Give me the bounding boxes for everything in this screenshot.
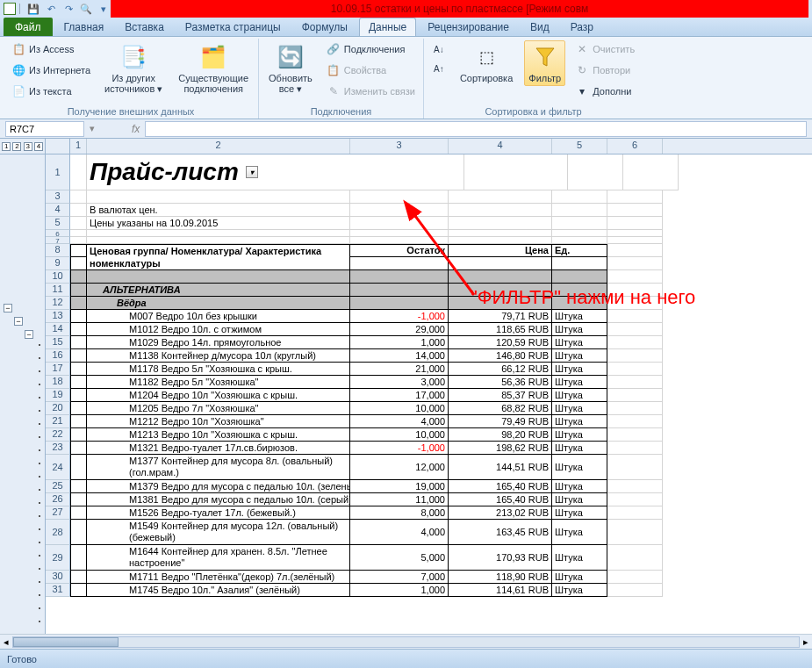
cell[interactable] xyxy=(70,310,87,323)
cell[interactable] xyxy=(607,270,663,284)
cell[interactable] xyxy=(70,571,87,584)
advanced-button[interactable]: ▾Дополни xyxy=(572,83,637,100)
refresh-all-button[interactable]: 🔄 Обновить все ▾ xyxy=(264,40,317,97)
item-name[interactable]: М1381 Ведро для мусора с педалью 10л. (с… xyxy=(87,493,350,506)
col-header-5[interactable]: 5 xyxy=(552,139,607,154)
tab-developer[interactable]: Разр xyxy=(561,18,603,36)
header-name-2[interactable]: номенклатуры xyxy=(87,257,350,270)
cell[interactable] xyxy=(607,428,663,442)
header-unit[interactable]: Ед. xyxy=(552,244,607,257)
row-header[interactable]: 24 xyxy=(46,455,70,480)
item-unit[interactable]: Штука xyxy=(552,376,607,389)
item-price[interactable]: 56,36 RUB xyxy=(449,376,552,389)
tab-insert[interactable]: Вставка xyxy=(115,18,174,36)
item-name[interactable]: М1644 Контейнер для хранен. 8.5л. "Летне… xyxy=(87,545,350,571)
row-header[interactable]: 27 xyxy=(46,506,70,520)
cell[interactable] xyxy=(552,204,607,217)
row-header[interactable]: 28 xyxy=(46,520,70,545)
item-qty[interactable]: 14,000 xyxy=(350,349,449,363)
cell[interactable] xyxy=(350,270,449,284)
cell[interactable] xyxy=(607,323,663,336)
item-unit[interactable]: Штука xyxy=(552,389,607,402)
item-price[interactable]: 66,12 RUB xyxy=(449,363,552,376)
item-price[interactable]: 68,82 RUB xyxy=(449,402,552,415)
name-box[interactable]: R7C7 xyxy=(5,121,84,137)
item-price[interactable]: 144,51 RUB xyxy=(449,455,552,480)
cell[interactable] xyxy=(350,217,449,230)
cell[interactable] xyxy=(607,520,663,545)
cell[interactable] xyxy=(607,376,663,389)
cell[interactable] xyxy=(350,237,449,244)
row-header[interactable]: 31 xyxy=(46,584,70,597)
cell[interactable] xyxy=(70,389,87,402)
item-unit[interactable]: Штука xyxy=(552,493,607,506)
cell[interactable] xyxy=(607,571,663,584)
title-cell[interactable]: Прайс-лист ▾ xyxy=(87,154,464,190)
cell[interactable] xyxy=(70,190,87,204)
cell[interactable] xyxy=(350,190,449,204)
item-qty[interactable]: 3,000 xyxy=(350,376,449,389)
item-unit[interactable]: Штука xyxy=(552,442,607,455)
col-header-3[interactable]: 3 xyxy=(350,139,449,154)
cell[interactable] xyxy=(607,230,663,237)
tab-review[interactable]: Рецензирование xyxy=(418,18,519,36)
tab-layout[interactable]: Разметка страницы xyxy=(176,18,291,36)
cell[interactable] xyxy=(449,257,552,270)
header-qty[interactable]: Остаток xyxy=(350,244,449,257)
redo-icon[interactable]: ↷ xyxy=(61,2,75,16)
sort-button[interactable]: ⬚ Сортировка xyxy=(456,40,517,86)
cell[interactable] xyxy=(464,154,568,190)
cell[interactable] xyxy=(607,455,663,480)
cell[interactable] xyxy=(70,442,87,455)
row-header[interactable]: 20 xyxy=(46,402,70,415)
cell[interactable] xyxy=(70,349,87,363)
cell[interactable] xyxy=(552,237,607,244)
from-access-button[interactable]: 📋Из Access xyxy=(9,40,93,58)
cell[interactable] xyxy=(70,270,87,284)
fx-icon[interactable]: fx xyxy=(132,123,140,135)
cell[interactable] xyxy=(87,270,350,284)
qat-customize-icon[interactable]: ▾ xyxy=(97,2,111,16)
outline-level-2[interactable]: 2 xyxy=(12,142,21,151)
item-unit[interactable]: Штука xyxy=(552,415,607,428)
cell[interactable] xyxy=(350,230,449,237)
row-header[interactable]: 19 xyxy=(46,389,70,402)
tab-view[interactable]: Вид xyxy=(521,18,559,36)
col-header-2[interactable]: 2 xyxy=(87,139,350,154)
item-name[interactable]: М1379 Ведро для мусора с педалью 10л. (з… xyxy=(87,480,350,493)
row-header[interactable]: 13 xyxy=(46,310,70,323)
item-qty[interactable]: 7,000 xyxy=(350,571,449,584)
cell[interactable] xyxy=(449,230,552,237)
cell[interactable] xyxy=(552,217,607,230)
sort-desc-button[interactable]: A↑ xyxy=(429,60,449,77)
cell[interactable] xyxy=(70,297,87,310)
item-name[interactable]: М1029 Ведро 14л. прямоугольное xyxy=(87,336,350,349)
cell[interactable] xyxy=(449,297,552,310)
item-unit[interactable]: Штука xyxy=(552,323,607,336)
cell[interactable] xyxy=(607,217,663,230)
row-header[interactable]: 1 xyxy=(46,154,70,190)
item-unit[interactable]: Штука xyxy=(552,363,607,376)
item-price[interactable]: 114,61 RUB xyxy=(449,584,552,597)
print-preview-icon[interactable]: 🔍 xyxy=(79,2,93,16)
from-other-sources-button[interactable]: 📑 Из других источников ▾ xyxy=(100,40,167,97)
item-qty[interactable]: 4,000 xyxy=(350,520,449,545)
cell[interactable] xyxy=(607,493,663,506)
cell[interactable] xyxy=(70,506,87,520)
scroll-right-icon[interactable]: ▸ xyxy=(803,636,808,648)
filter-dropdown-icon[interactable]: ▾ xyxy=(246,166,258,178)
item-unit[interactable]: Штука xyxy=(552,310,607,323)
item-qty[interactable]: 19,000 xyxy=(350,480,449,493)
cell[interactable] xyxy=(552,284,607,297)
cell[interactable] xyxy=(607,584,663,597)
outline-toggle[interactable]: − xyxy=(25,330,33,339)
item-name[interactable]: М1182 Ведро 5л "Хозяюшка" xyxy=(87,376,350,389)
item-unit[interactable]: Штука xyxy=(552,455,607,480)
cell[interactable] xyxy=(70,545,87,571)
cell[interactable] xyxy=(449,237,552,244)
cell[interactable] xyxy=(568,154,623,190)
cell[interactable] xyxy=(607,363,663,376)
cell[interactable] xyxy=(623,154,679,190)
item-unit[interactable]: Штука xyxy=(552,336,607,349)
cell[interactable] xyxy=(607,190,663,204)
